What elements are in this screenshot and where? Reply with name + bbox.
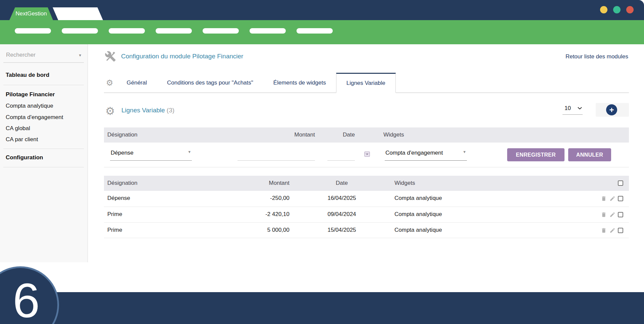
tab-conditions-tags-achats[interactable]: Conditions des tags pour "Achats" [157,73,263,93]
cell-montant: 5 000,00 [238,227,289,233]
montant-input[interactable] [237,150,315,161]
chevron-down-icon: ▾ [79,53,81,57]
designation-select-value: Dépense [111,150,133,156]
cell-widgets: Compta analytique [394,195,442,202]
nav-pill[interactable] [109,28,145,34]
calendar-icon[interactable] [364,151,370,157]
chevron-down-icon: ▾ [188,150,191,154]
cancel-button[interactable]: ANNULER [568,148,611,161]
logo-blank-shape [53,7,103,20]
table-row: Prime 5 000,00 15/04/2025 Compta analyti… [104,222,629,238]
tab-lignes-variable[interactable]: Lignes Variable [336,73,396,93]
cell-date: 15/04/2025 [325,227,359,233]
page-title: Configuration du module Pilotage Financi… [121,53,243,60]
cell-date: 16/04/2025 [325,195,359,202]
nav-pill[interactable] [297,28,333,34]
sidebar-item-ca-global[interactable]: CA global [6,125,30,132]
column-designation: Désignation [107,180,138,186]
top-bar: NextGestion [0,0,644,20]
cell-designation: Prime [107,227,122,233]
cell-designation: Prime [107,211,122,218]
delete-icon[interactable] [601,227,607,233]
form-table-header: Désignation Montant Date Widgets [104,127,629,143]
select-all-checkbox[interactable] [618,180,623,186]
edit-icon[interactable] [609,227,615,233]
window-dot-teal[interactable] [613,6,621,13]
delete-icon[interactable] [601,196,607,202]
chevron-down-icon [578,107,582,110]
nav-pill[interactable] [15,28,51,34]
search-input[interactable] [6,52,70,58]
column-widgets: Widgets [394,180,415,186]
sidebar-item-configuration[interactable]: Configuration [6,154,43,161]
tab-bar: ⚙ Général Conditions des tags pour "Acha… [104,73,629,93]
footer-band [0,292,644,324]
sidebar-item-tableau-de-bord[interactable]: Tableau de bord [6,71,49,79]
row-checkbox[interactable] [618,228,623,233]
add-row-area: + [596,103,629,117]
tab-general[interactable]: Général [117,73,157,93]
new-line-form-row: Dépense ▾ Compta d'engagement ▾ ENREGIST… [104,143,629,167]
sidebar-item-compta-engagement[interactable]: Compta d'engagement [6,114,63,121]
date-input[interactable] [327,150,355,161]
column-montant: Montant [238,180,289,186]
gear-icon: ⚙ [106,78,113,88]
section-count: (3) [167,107,174,114]
table-bottom-border [104,238,629,238]
sidebar-divider [3,167,84,167]
cell-montant: -2 420,10 [238,211,289,218]
row-checkbox[interactable] [618,212,623,217]
widgets-select-value: Compta d'engagement [385,150,443,156]
brand-name: NextGestion [15,10,47,17]
sidebar-search[interactable]: ▾ [3,50,84,63]
designation-select[interactable]: Dépense ▾ [110,150,192,161]
cell-designation: Dépense [107,195,130,202]
plus-icon: + [609,106,614,114]
window-dot-red[interactable] [626,6,634,13]
column-date: Date [332,131,366,138]
column-montant: Montant [265,131,315,138]
delete-icon[interactable] [601,212,607,218]
nav-pill[interactable] [156,28,192,34]
page-size-value: 10 [565,105,571,112]
table-row: Dépense -250,00 16/04/2025 Compta analyt… [104,191,629,207]
tab-elements-widgets[interactable]: Élements de widgets [263,73,336,93]
nav-pill[interactable] [250,28,286,34]
widgets-select[interactable]: Compta d'engagement ▾ [385,150,467,161]
nav-pill[interactable] [62,28,98,34]
window-dot-yellow[interactable] [600,6,607,13]
section-title: Lignes Variable (3) [121,107,174,114]
app-window: NextGestion ▾ Tableau de bord Pilotage F… [0,0,644,324]
sidebar-divider [3,85,84,85]
edit-icon[interactable] [609,212,615,218]
column-designation: Désignation [107,131,138,138]
row-checkbox[interactable] [618,196,623,201]
sidebar-item-ca-par-client[interactable]: CA par client [6,136,38,143]
back-to-modules-link[interactable]: Retour liste des modules [566,53,628,60]
column-widgets: Widgets [383,131,404,138]
data-table-header: Désignation Montant Date Widgets [104,176,629,191]
tools-icon [105,51,116,62]
column-date: Date [325,180,359,186]
add-button[interactable]: + [606,104,617,115]
cell-widgets: Compta analytique [394,227,442,233]
save-button[interactable]: ENREGISTRER [507,148,565,161]
sidebar-item-pilotage-financier[interactable]: Pilotage Financier [6,91,55,98]
table-row: Prime -2 420,10 09/04/2024 Compta analyt… [104,207,629,222]
sidebar: ▾ Tableau de bord Pilotage Financier Com… [0,44,88,262]
chevron-down-icon: ▾ [463,150,466,154]
page-number: 6 [13,276,40,324]
cell-widgets: Compta analytique [394,211,442,218]
main-nav-bar [0,20,644,44]
edit-icon[interactable] [609,196,615,202]
section-title-text: Lignes Variable [121,107,165,114]
nav-pill[interactable] [203,28,239,34]
sidebar-divider [3,149,84,149]
gear-icon: ⚙ [105,105,115,117]
cell-montant: -250,00 [238,195,289,202]
sidebar-item-compta-analytique[interactable]: Compta analytique [6,102,53,110]
cell-date: 09/04/2024 [325,211,359,218]
page-size-select[interactable]: 10 [562,105,583,115]
brand-logo-tab[interactable]: NextGestion [9,7,53,20]
